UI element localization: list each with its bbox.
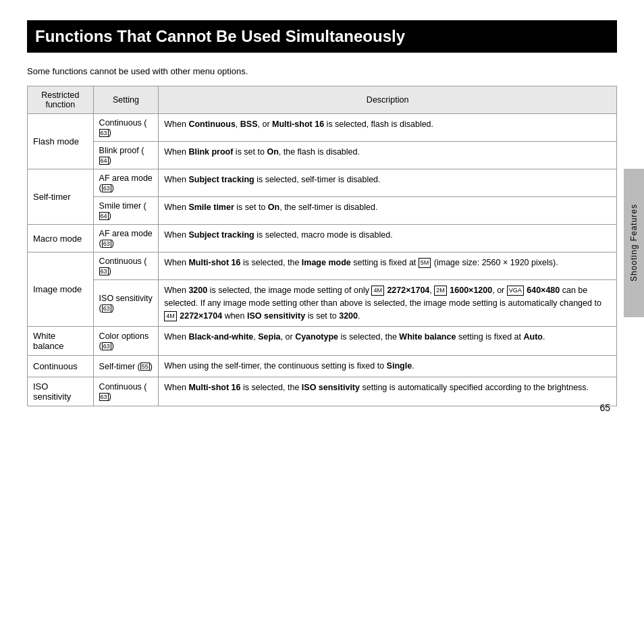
description-cell: When using the self-timer, the continuou… xyxy=(159,356,617,377)
col-header-setting: Setting xyxy=(93,86,159,114)
setting-cell: Color options (63) xyxy=(93,327,159,356)
description-cell: When Subject tracking is selected, self-… xyxy=(159,169,617,197)
restricted-function-cell: Macro mode xyxy=(28,225,94,252)
description-cell: When Subject tracking is selected, macro… xyxy=(159,225,617,252)
table-row: Image modeContinuous (63)When Multi-shot… xyxy=(28,252,617,280)
restricted-function-cell: White balance xyxy=(28,327,94,356)
page-title: Functions That Cannot Be Used Simultaneo… xyxy=(27,20,617,53)
setting-cell: Continuous (63) xyxy=(93,252,159,280)
restricted-function-cell: Continuous xyxy=(28,356,94,377)
setting-cell: ISO sensitivity (63) xyxy=(93,280,159,327)
table-row: ISO sensitivityContinuous (63)When Multi… xyxy=(28,377,617,406)
description-cell: When Blink proof is set to On, the flash… xyxy=(159,142,617,169)
description-cell: When Smile timer is set to On, the self-… xyxy=(159,197,617,225)
restricted-function-cell: ISO sensitivity xyxy=(28,377,94,406)
setting-cell: Smile timer (64) xyxy=(93,197,159,225)
functions-table: Restricted function Setting Description … xyxy=(27,86,617,406)
description-cell: When Continuous, BSS, or Multi-shot 16 i… xyxy=(159,114,617,142)
description-cell: When 3200 is selected, the image mode se… xyxy=(159,280,617,327)
table-row: Self-timerAF area mode (63)When Subject … xyxy=(28,169,617,197)
table-row: ContinuousSelf-timer (55)When using the … xyxy=(28,356,617,377)
table-row: Flash modeContinuous (63)When Continuous… xyxy=(28,114,617,142)
setting-cell: Self-timer (55) xyxy=(93,356,159,377)
description-cell: When Multi-shot 16 is selected, the ISO … xyxy=(159,377,617,406)
restricted-function-cell: Self-timer xyxy=(28,169,94,225)
intro-text: Some functions cannot be used with other… xyxy=(27,66,617,76)
page-number: 65 xyxy=(599,402,610,413)
restricted-function-cell: Image mode xyxy=(28,252,94,327)
setting-cell: AF area mode (63) xyxy=(93,169,159,197)
table-row: Macro modeAF area mode (63)When Subject … xyxy=(28,225,617,252)
table-row: Blink proof (64)When Blink proof is set … xyxy=(28,142,617,169)
sidebar-label: Shooting Features xyxy=(624,169,644,317)
table-row: Smile timer (64)When Smile timer is set … xyxy=(28,197,617,225)
description-cell: When Black-and-white, Sepia, or Cyanotyp… xyxy=(159,327,617,356)
col-header-description: Description xyxy=(159,86,617,114)
restricted-function-cell: Flash mode xyxy=(28,114,94,169)
setting-cell: Continuous (63) xyxy=(93,114,159,142)
setting-cell: Blink proof (64) xyxy=(93,142,159,169)
setting-cell: AF area mode (63) xyxy=(93,225,159,252)
setting-cell: Continuous (63) xyxy=(93,377,159,406)
col-header-restricted: Restricted function xyxy=(28,86,94,114)
table-row: ISO sensitivity (63)When 3200 is selecte… xyxy=(28,280,617,327)
description-cell: When Multi-shot 16 is selected, the Imag… xyxy=(159,252,617,280)
table-row: White balanceColor options (63)When Blac… xyxy=(28,327,617,356)
page-container: Functions That Cannot Be Used Simultaneo… xyxy=(0,0,644,433)
